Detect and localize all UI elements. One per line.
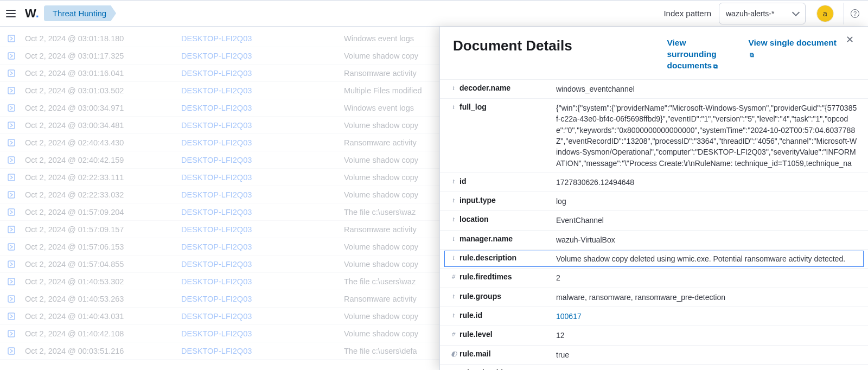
detail-row: tid1727830626.12494648: [440, 173, 868, 192]
cell-agent[interactable]: DESKTOP-LFI2Q03: [181, 173, 344, 182]
cell-agent[interactable]: DESKTOP-LFI2Q03: [181, 208, 344, 216]
cell-time: Oct 2, 2024 @ 03:00:34.971: [18, 104, 181, 112]
cell-agent[interactable]: DESKTOP-LFI2Q03: [181, 69, 344, 78]
expand-icon[interactable]: [4, 172, 18, 183]
expand-icon[interactable]: [4, 85, 18, 96]
app-logo[interactable]: W.: [25, 7, 39, 21]
svg-rect-18: [8, 348, 15, 354]
expand-icon[interactable]: [4, 328, 18, 339]
detail-row: trule.id100617: [440, 307, 868, 326]
detail-key: rule.level: [458, 330, 556, 339]
svg-rect-5: [8, 122, 15, 129]
hamburger-icon: [6, 10, 16, 17]
cell-agent[interactable]: DESKTOP-LFI2Q03: [181, 225, 344, 234]
cell-agent[interactable]: DESKTOP-LFI2Q03: [181, 52, 344, 60]
svg-rect-17: [8, 330, 15, 337]
cell-agent[interactable]: DESKTOP-LFI2Q03: [181, 121, 344, 130]
detail-key: rule.id: [458, 311, 556, 320]
cell-time: Oct 2, 2024 @ 00:03:51.216: [18, 347, 181, 355]
expand-icon[interactable]: [4, 120, 18, 131]
cell-time: Oct 2, 2024 @ 01:40:53.263: [18, 295, 181, 303]
cell-agent[interactable]: DESKTOP-LFI2Q03: [181, 156, 344, 164]
expand-icon[interactable]: [4, 224, 18, 235]
field-type-icon: t: [449, 177, 458, 186]
cell-agent[interactable]: DESKTOP-LFI2Q03: [181, 34, 344, 43]
expand-icon[interactable]: [4, 276, 18, 287]
cell-agent[interactable]: DESKTOP-LFI2Q03: [181, 295, 344, 303]
cell-time: Oct 2, 2024 @ 01:40:42.108: [18, 329, 181, 338]
detail-value[interactable]: 100617: [556, 311, 857, 322]
cell-time: Oct 2, 2024 @ 01:57:09.204: [18, 208, 181, 216]
detail-key: input.type: [458, 196, 556, 205]
expand-icon[interactable]: [4, 207, 18, 218]
svg-rect-8: [8, 174, 15, 181]
detail-value: EventChannel: [556, 215, 857, 226]
view-surrounding-link[interactable]: View surrounding documents⧉: [667, 37, 732, 72]
cell-agent[interactable]: DESKTOP-LFI2Q03: [181, 243, 344, 251]
index-pattern-label: Index pattern: [663, 9, 711, 18]
cell-agent[interactable]: DESKTOP-LFI2Q03: [181, 312, 344, 321]
field-type-icon: t: [449, 196, 458, 205]
svg-rect-1: [8, 53, 15, 59]
detail-value: true: [556, 349, 857, 360]
close-button[interactable]: ✕: [844, 34, 855, 45]
detail-value: wazuh-VirtualBox: [556, 234, 857, 245]
expand-icon[interactable]: [4, 155, 18, 165]
detail-key: location: [458, 215, 556, 224]
expand-icon[interactable]: [4, 50, 18, 61]
help-button[interactable]: ?: [846, 5, 864, 22]
cell-agent[interactable]: DESKTOP-LFI2Q03: [181, 138, 344, 147]
cell-time: Oct 2, 2024 @ 02:40:43.430: [18, 138, 181, 147]
expand-icon[interactable]: [4, 294, 18, 304]
detail-value: {"win":{"system":{"providerName":"Micros…: [556, 103, 857, 169]
svg-rect-12: [8, 244, 15, 250]
index-pattern-select[interactable]: wazuh-alerts-*: [719, 3, 806, 24]
detail-key: rule.groups: [458, 292, 556, 301]
detail-row: trule.descriptionVolume shadow copy dele…: [440, 249, 868, 268]
expand-icon[interactable]: [4, 137, 18, 148]
flyout-title: Document Details: [453, 37, 572, 54]
cell-time: Oct 2, 2024 @ 01:40:43.031: [18, 312, 181, 321]
svg-rect-2: [8, 70, 15, 76]
expand-icon[interactable]: [4, 103, 18, 113]
cell-agent[interactable]: DESKTOP-LFI2Q03: [181, 277, 344, 286]
cell-time: Oct 2, 2024 @ 02:22:33.111: [18, 173, 181, 182]
menu-button[interactable]: [0, 3, 22, 24]
field-type-icon: #: [449, 272, 458, 281]
cell-time: Oct 2, 2024 @ 03:00:34.481: [18, 121, 181, 130]
expand-icon[interactable]: [4, 68, 18, 79]
detail-row: tfull_log{"win":{"system":{"providerName…: [440, 98, 868, 173]
expand-icon[interactable]: [4, 259, 18, 270]
cell-time: Oct 2, 2024 @ 03:01:16.041: [18, 69, 181, 78]
svg-rect-4: [8, 105, 15, 111]
cell-agent[interactable]: DESKTOP-LFI2Q03: [181, 86, 344, 95]
cell-agent[interactable]: DESKTOP-LFI2Q03: [181, 104, 344, 112]
cell-agent[interactable]: DESKTOP-LFI2Q03: [181, 190, 344, 199]
index-pattern-value: wazuh-alerts-*: [726, 9, 774, 18]
expand-icon[interactable]: [4, 189, 18, 200]
help-icon: ?: [851, 9, 859, 18]
detail-key: rule.firedtimes: [458, 272, 556, 281]
cell-time: Oct 2, 2024 @ 02:40:42.159: [18, 156, 181, 164]
cell-agent[interactable]: DESKTOP-LFI2Q03: [181, 347, 344, 355]
expand-icon[interactable]: [4, 241, 18, 252]
field-type-icon: #: [449, 330, 458, 339]
field-type-icon: t: [449, 215, 458, 224]
expand-icon[interactable]: [4, 311, 18, 322]
expand-icon[interactable]: [4, 33, 18, 44]
breadcrumb-tab[interactable]: Threat Hunting: [44, 5, 116, 21]
cell-agent[interactable]: DESKTOP-LFI2Q03: [181, 260, 344, 269]
svg-rect-0: [8, 35, 15, 42]
detail-value: 2: [556, 272, 857, 283]
detail-value: 1727830626.12494648: [556, 177, 857, 188]
detail-row: tlocationEventChannel: [440, 210, 868, 229]
detail-row: #rule.firedtimes2: [440, 268, 868, 287]
detail-row: ◐rule.mailtrue: [440, 345, 868, 364]
view-single-link[interactable]: View single document⧉: [748, 37, 837, 72]
expand-icon[interactable]: [4, 346, 18, 356]
field-type-icon: t: [449, 84, 458, 92]
cell-agent[interactable]: DESKTOP-LFI2Q03: [181, 329, 344, 338]
svg-rect-11: [8, 226, 15, 233]
cell-time: Oct 2, 2024 @ 03:01:17.325: [18, 52, 181, 60]
user-avatar[interactable]: a: [816, 5, 834, 22]
